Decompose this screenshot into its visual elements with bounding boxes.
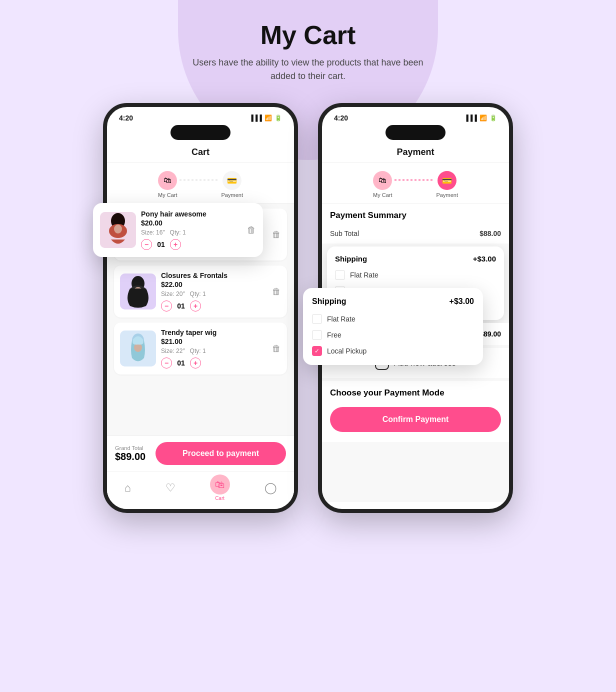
nav-profile[interactable]: ◯ [264, 482, 277, 494]
qty-plus-2[interactable]: + [190, 300, 201, 312]
step-mycart-label: My Cart [158, 192, 178, 198]
shipping-option-flat: Flat Rate [335, 270, 496, 280]
status-time-left: 4:20 [119, 114, 133, 122]
step-payment: 💳 Payment [222, 171, 243, 198]
item-name-3: Trendy taper wig [161, 328, 267, 336]
step-mycart-icon-r: 🛍 [373, 171, 392, 190]
step-mycart-label-r: My Cart [373, 192, 392, 198]
floating-cart-card: Pony hair awesome $20.00 Size: 16″ Qty: … [93, 203, 263, 257]
qty-minus-3[interactable]: − [161, 358, 172, 368]
floating-radio-pickup[interactable]: ✓ [312, 346, 322, 356]
shipping-header: Shipping +$3.00 [335, 254, 496, 263]
wifi-icon: 📶 [264, 114, 272, 122]
phones-container: 4:20 ▐▐▐ 📶 🔋 Cart 🛍 My Cart [103, 103, 513, 513]
bottom-nav-left: ⌂ ♡ 🛍 Cart ◯ [107, 471, 294, 502]
item-qty-2: − 01 + [161, 300, 267, 312]
floating-local-pickup-label: Local Pickup [327, 347, 366, 355]
payment-screen-title: Payment [322, 140, 509, 162]
floating-shipping-label: Shipping [312, 297, 346, 306]
cart-screen-title: Cart [107, 140, 294, 162]
item-price-2: $22.00 [161, 280, 267, 288]
floating-radio-free[interactable] [312, 330, 322, 340]
floating-item-qty: − 01 + [141, 239, 242, 250]
cart-progress-steps: 🛍 My Cart 💳 Payment [107, 163, 294, 203]
step-payment-icon: 💳 [222, 171, 242, 190]
confirm-payment-button[interactable]: Confirm Payment [330, 407, 501, 432]
cart-item-2: Closures & Frontals $22.00 Size: 20″ Qty… [114, 266, 287, 318]
floating-qty-plus[interactable]: + [170, 239, 181, 250]
cart-item-3: Trendy taper wig $21.00 Size: 22″ Qty: 1… [114, 322, 287, 374]
svg-point-15 [114, 224, 122, 234]
dynamic-island-left [170, 125, 230, 140]
shipping-label: Shipping [335, 254, 367, 263]
status-bar-right: 4:20 ▐▐▐ 📶 🔋 [322, 107, 509, 122]
floating-radio-flat[interactable] [312, 314, 322, 324]
floating-shipping-amount: +$3.00 [450, 297, 474, 306]
home-icon: ⌂ [124, 482, 130, 494]
floating-item-name: Pony hair awesome [141, 210, 242, 218]
item-qty-3: − 01 + [161, 358, 267, 368]
flat-rate-label: Flat Rate [350, 271, 378, 279]
item-meta-3: Size: 22″ Qty: 1 [161, 348, 267, 354]
floating-delete-btn[interactable]: 🗑 [247, 225, 256, 236]
floating-qty-minus[interactable]: − [141, 239, 152, 250]
heart-icon: ♡ [166, 482, 176, 494]
floating-qty-val: 01 [156, 240, 166, 248]
page-subtitle: Users have the ability to view the produ… [188, 56, 428, 83]
status-icons-right: ▐▐▐ 📶 🔋 [464, 114, 497, 122]
signal-icon: ▐▐▐ [249, 114, 262, 122]
payment-mode-title: Choose your Payment Mode [322, 381, 509, 402]
item-image-2 [120, 274, 156, 310]
radio-flat-rate[interactable] [335, 270, 345, 280]
step-payment-label-r: Payment [436, 192, 458, 198]
payment-progress-steps: 🛍 My Cart 💳 Payment [322, 163, 509, 203]
step-payment-r: 💳 Payment [436, 171, 458, 198]
floating-item-meta: Size: 16″ Qty: 1 [141, 229, 242, 236]
page-title: My Cart [188, 20, 428, 50]
floating-flat-rate-label: Flat Rate [327, 315, 356, 323]
battery-icon: 🔋 [274, 114, 282, 122]
status-icons-left: ▐▐▐ 📶 🔋 [249, 114, 282, 122]
step-line [180, 180, 220, 180]
grand-total-value: $89.00 [115, 451, 146, 462]
profile-icon: ◯ [264, 482, 277, 494]
subtotal-amount: $88.00 [480, 230, 501, 238]
status-bar-left: 4:20 ▐▐▐ 📶 🔋 [107, 107, 294, 122]
nav-favorites[interactable]: ♡ [166, 482, 176, 494]
floating-cart-item: Pony hair awesome $20.00 Size: 16″ Qty: … [100, 210, 256, 250]
floating-option-pickup: ✓ Local Pickup [312, 346, 474, 356]
qty-minus-2[interactable]: − [161, 300, 172, 312]
step-mycart-icon: 🛍 [158, 171, 177, 190]
delete-btn-1[interactable]: 🗑 [272, 230, 281, 240]
grand-total-label: Grand Total [115, 445, 146, 451]
item-name-2: Closures & Frontals [161, 272, 267, 280]
screen-left: Cart 🛍 My Cart 💳 Payment [107, 140, 294, 502]
page-header: My Cart Users have the ability to view t… [188, 20, 428, 83]
nav-home[interactable]: ⌂ [124, 482, 130, 494]
subtotal-row: Sub Total $88.00 [322, 224, 509, 244]
qty-plus-3[interactable]: + [190, 358, 201, 368]
floating-item-details: Pony hair awesome $20.00 Size: 16″ Qty: … [141, 210, 242, 250]
floating-item-image [100, 212, 136, 248]
step-line-r [394, 180, 434, 180]
qty-val-2: 01 [176, 302, 186, 310]
floating-item-price: $20.00 [141, 219, 242, 227]
nav-cart[interactable]: 🛍 Cart [210, 474, 230, 501]
delete-btn-3[interactable]: 🗑 [272, 344, 281, 354]
shipping-amount: +$3.00 [473, 254, 496, 263]
cart-icon: 🛍 [215, 479, 225, 490]
cart-icon-circle: 🛍 [210, 474, 230, 494]
qty-val-3: 01 [176, 359, 186, 367]
floating-option-free: Free [312, 330, 474, 340]
grand-total-section: Grand Total $89.00 [115, 445, 146, 462]
item-price-3: $21.00 [161, 338, 267, 346]
delete-btn-2[interactable]: 🗑 [272, 286, 281, 297]
floating-shipping-header: Shipping +$3.00 [312, 297, 474, 306]
proceed-to-payment-button[interactable]: Proceed to payment [156, 442, 286, 465]
battery-icon-r: 🔋 [490, 114, 497, 122]
wifi-icon-r: 📶 [480, 114, 487, 122]
item-details-3: Trendy taper wig $21.00 Size: 22″ Qty: 1… [161, 328, 267, 368]
floating-shipping-card: Shipping +$3.00 Flat Rate Free ✓ Local P… [303, 288, 483, 365]
step-payment-icon-r: 💳 [438, 171, 456, 190]
status-time-right: 4:20 [334, 114, 348, 122]
